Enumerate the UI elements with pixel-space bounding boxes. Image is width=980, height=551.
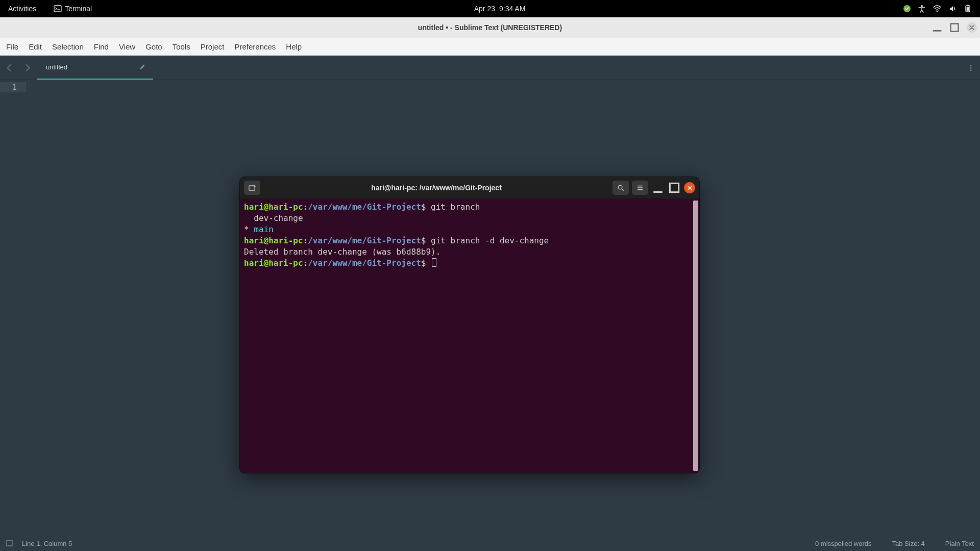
sublime-statusbar: Line 1, Column 5 0 misspelled words Tab …: [0, 536, 980, 551]
volume-icon[interactable]: [948, 5, 957, 13]
svg-point-9: [970, 67, 971, 68]
wifi-icon[interactable]: [933, 5, 941, 13]
svg-rect-0: [54, 6, 61, 12]
tab-history-forward[interactable]: [18, 56, 37, 80]
battery-icon[interactable]: [964, 5, 972, 13]
tab-untitled[interactable]: untitled: [37, 56, 153, 80]
terminal-window: hari@hari-pc: /var/www/me/Git-Project: [240, 177, 699, 473]
terminal-titlebar: hari@hari-pc: /var/www/me/Git-Project: [240, 177, 699, 198]
active-app-indicator[interactable]: Terminal: [50, 3, 96, 15]
terminal-title: hari@hari-pc: /var/www/me/Git-Project: [260, 184, 612, 192]
terminal-cmd-1: git branch: [431, 202, 480, 212]
svg-rect-7: [951, 24, 959, 32]
svg-rect-15: [7, 540, 12, 546]
svg-rect-14: [670, 183, 678, 192]
menu-file[interactable]: File: [1, 39, 23, 54]
terminal-body[interactable]: hari@hari-pc:/var/www/me/Git-Project$ gi…: [240, 198, 699, 473]
svg-rect-6: [933, 30, 942, 32]
prompt-user: hari@hari-pc: [244, 236, 303, 245]
notification-indicator-icon[interactable]: [903, 5, 911, 12]
menu-help[interactable]: Help: [281, 39, 307, 54]
branch-star: *: [244, 224, 254, 234]
svg-point-10: [970, 69, 971, 71]
menu-edit[interactable]: Edit: [23, 39, 47, 54]
status-cursor[interactable]: Line 1, Column 5: [22, 540, 72, 547]
svg-point-8: [970, 64, 971, 66]
svg-rect-13: [653, 191, 662, 193]
terminal-cmd-2: git branch -d dev-change: [431, 236, 549, 245]
window-close-button[interactable]: [967, 22, 977, 33]
svg-point-12: [618, 185, 622, 189]
menu-tools[interactable]: Tools: [167, 39, 195, 54]
menu-preferences[interactable]: Preferences: [229, 39, 281, 54]
svg-point-1: [921, 5, 923, 7]
active-app-label: Terminal: [65, 5, 92, 13]
gnome-topbar: Activities Terminal Apr 23 9:34 AM: [0, 0, 980, 17]
sublime-menubar: File Edit Selection Find View Goto Tools…: [0, 38, 980, 56]
prompt-path: /var/www/me/Git-Project: [308, 202, 421, 212]
sublime-tabbar: untitled: [0, 56, 980, 80]
tab-overflow-button[interactable]: [962, 56, 980, 80]
svg-rect-4: [967, 5, 969, 6]
window-minimize-button[interactable]: [932, 22, 942, 33]
status-syntax[interactable]: Plain Text: [945, 540, 974, 547]
terminal-minimize-button[interactable]: [651, 181, 665, 194]
svg-rect-5: [967, 7, 969, 11]
terminal-icon: [54, 5, 62, 13]
clock-date: Apr 23: [474, 5, 495, 13]
prompt-path: /var/www/me/Git-Project: [308, 236, 421, 245]
terminal-new-tab-button[interactable]: [244, 181, 260, 195]
prompt-user: hari@hari-pc: [244, 202, 303, 212]
accessibility-icon[interactable]: [918, 5, 926, 13]
svg-point-2: [937, 11, 938, 12]
branch-current: main: [254, 224, 274, 234]
activities-button[interactable]: Activities: [4, 3, 40, 15]
terminal-menu-button[interactable]: [632, 181, 648, 195]
terminal-close-button[interactable]: [684, 182, 695, 193]
panel-switcher-icon[interactable]: [6, 540, 13, 548]
terminal-search-button[interactable]: [612, 181, 629, 195]
menu-find[interactable]: Find: [89, 39, 114, 54]
branch-line-devchange: dev-change: [244, 213, 303, 223]
terminal-maximize-button[interactable]: [668, 181, 681, 194]
prompt-path: /var/www/me/Git-Project: [308, 258, 421, 268]
terminal-output-deleted: Deleted branch dev-change (was b6d88b9).: [244, 247, 440, 257]
menu-project[interactable]: Project: [195, 39, 230, 54]
tab-dirty-icon: [139, 63, 146, 71]
terminal-scrollbar[interactable]: [693, 201, 698, 471]
menu-selection[interactable]: Selection: [47, 39, 89, 54]
status-spellcheck[interactable]: 0 misspelled words: [815, 540, 872, 547]
menu-view[interactable]: View: [114, 39, 140, 54]
terminal-cursor: [432, 258, 436, 267]
clock[interactable]: Apr 23 9:34 AM: [96, 5, 903, 13]
tab-history-back[interactable]: [0, 56, 18, 80]
window-title: untitled • - Sublime Text (UNREGISTERED): [418, 23, 562, 32]
window-maximize-button[interactable]: [949, 22, 960, 33]
menu-goto[interactable]: Goto: [140, 39, 167, 54]
sublime-titlebar: untitled • - Sublime Text (UNREGISTERED): [0, 17, 980, 38]
status-tabsize[interactable]: Tab Size: 4: [892, 540, 925, 547]
line-number: 1: [0, 82, 26, 92]
clock-time: 9:34 AM: [499, 5, 525, 13]
sublime-editor[interactable]: 1 hari@hari-pc: /var/www/me/Git-Project: [0, 80, 980, 536]
prompt-user: hari@hari-pc: [244, 258, 303, 268]
editor-gutter: 1: [0, 82, 31, 92]
tab-label: untitled: [46, 63, 67, 71]
